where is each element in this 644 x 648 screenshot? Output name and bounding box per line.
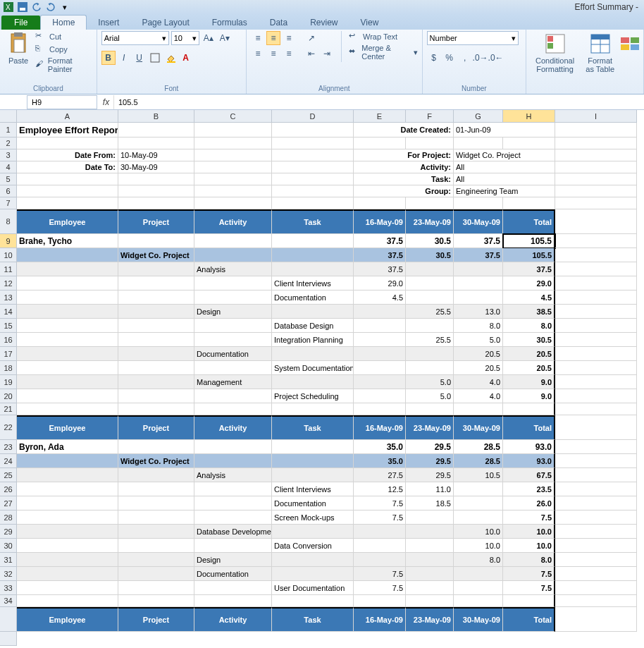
cell[interactable]: [118, 389, 194, 403]
cell[interactable]: [17, 173, 118, 185]
row-header[interactable]: 22: [0, 415, 17, 440]
cell[interactable]: 10.0: [454, 525, 503, 539]
cell[interactable]: [406, 319, 454, 333]
cell[interactable]: 9.0: [503, 389, 555, 403]
cell[interactable]: [272, 234, 354, 248]
cell[interactable]: [354, 595, 406, 607]
cell[interactable]: [194, 234, 272, 248]
bold-button[interactable]: B: [101, 51, 116, 65]
cell[interactable]: [555, 607, 637, 632]
cell[interactable]: [555, 347, 637, 361]
cell[interactable]: [555, 403, 637, 415]
cell[interactable]: 23-May-09: [406, 415, 454, 440]
cell[interactable]: [194, 482, 272, 496]
cell[interactable]: [17, 137, 118, 149]
cell[interactable]: System Documentation: [272, 361, 354, 375]
align-middle-button[interactable]: ≡: [266, 31, 280, 45]
cell[interactable]: 23-May-09: [406, 607, 454, 632]
cell[interactable]: Documentation: [194, 347, 272, 361]
cell[interactable]: [118, 197, 194, 209]
cell[interactable]: [555, 581, 637, 595]
cell[interactable]: [272, 185, 354, 197]
cell[interactable]: Project: [118, 209, 194, 234]
qat-dropdown-icon[interactable]: ▾: [59, 1, 70, 13]
column-header[interactable]: A: [17, 110, 118, 123]
cell[interactable]: 5.0: [406, 389, 454, 403]
cell[interactable]: 20.5: [503, 361, 555, 375]
cell[interactable]: [17, 248, 118, 262]
cell[interactable]: 01-Jun-09: [454, 123, 555, 137]
increase-font-button[interactable]: A▴: [202, 31, 216, 45]
cell[interactable]: [555, 234, 637, 248]
cell[interactable]: [454, 137, 503, 149]
align-top-button[interactable]: ≡: [251, 31, 265, 45]
cell[interactable]: [194, 248, 272, 262]
cell[interactable]: [118, 539, 194, 553]
cell[interactable]: [118, 567, 194, 581]
row-header[interactable]: 18: [0, 361, 17, 375]
cell[interactable]: [454, 197, 503, 209]
cell[interactable]: [118, 347, 194, 361]
cell[interactable]: [454, 276, 503, 291]
cell[interactable]: 28.5: [454, 454, 503, 468]
cell[interactable]: [118, 305, 194, 319]
cell[interactable]: [17, 291, 118, 305]
cell[interactable]: [503, 197, 555, 209]
cell[interactable]: Activity: [194, 209, 272, 234]
wrap-text-button[interactable]: ↩ Wrap Text: [349, 31, 418, 42]
cell[interactable]: All: [454, 173, 555, 185]
row-header[interactable]: [0, 632, 17, 646]
cell[interactable]: [555, 197, 637, 209]
formula-input[interactable]: 105.5: [114, 98, 644, 106]
cell[interactable]: 37.5: [503, 262, 555, 276]
cell[interactable]: 29.5: [406, 468, 454, 482]
cell[interactable]: [406, 347, 454, 361]
cell[interactable]: [354, 197, 406, 209]
align-left-button[interactable]: ≡: [251, 47, 265, 61]
cell[interactable]: [17, 482, 118, 496]
cell[interactable]: [194, 276, 272, 291]
row-header[interactable]: 25: [0, 468, 17, 482]
row-header[interactable]: 5: [0, 173, 17, 185]
cell[interactable]: 16-May-09: [354, 209, 406, 234]
cell[interactable]: [118, 482, 194, 496]
row-header[interactable]: 24: [0, 454, 17, 468]
row-header[interactable]: 34: [0, 595, 17, 607]
border-button[interactable]: [148, 51, 162, 65]
cell[interactable]: [454, 496, 503, 511]
row-header[interactable]: 2: [0, 137, 17, 149]
cell[interactable]: [354, 137, 406, 149]
cell[interactable]: [555, 389, 637, 403]
cell[interactable]: [406, 197, 454, 209]
cell[interactable]: [272, 197, 354, 209]
row-header[interactable]: 10: [0, 248, 17, 262]
cell[interactable]: [272, 123, 354, 137]
cell[interactable]: [118, 123, 194, 137]
tab-review[interactable]: Review: [299, 16, 349, 30]
cell[interactable]: [118, 595, 194, 607]
cell[interactable]: [272, 525, 354, 539]
cell[interactable]: 20.5: [503, 347, 555, 361]
undo-icon[interactable]: [31, 1, 42, 13]
cell[interactable]: [17, 403, 118, 415]
cell[interactable]: [354, 539, 406, 553]
row-header[interactable]: 32: [0, 567, 17, 581]
cell[interactable]: Task: [272, 415, 354, 440]
cell[interactable]: [555, 209, 637, 234]
tab-formulas[interactable]: Formulas: [201, 16, 259, 30]
cell[interactable]: [555, 539, 637, 553]
cell[interactable]: [118, 276, 194, 291]
cell[interactable]: [406, 403, 454, 415]
cell[interactable]: 13.0: [454, 305, 503, 319]
cell[interactable]: 4.5: [354, 291, 406, 305]
row-header[interactable]: 3: [0, 149, 17, 161]
column-header[interactable]: F: [406, 110, 454, 123]
column-header[interactable]: I: [555, 110, 637, 123]
row-header[interactable]: 1: [0, 123, 17, 137]
cell[interactable]: [272, 161, 354, 173]
cell[interactable]: [406, 525, 454, 539]
cell[interactable]: [17, 553, 118, 567]
row-header[interactable]: 23: [0, 440, 17, 454]
cell[interactable]: [118, 581, 194, 595]
cell[interactable]: Data Conversion: [272, 539, 354, 553]
